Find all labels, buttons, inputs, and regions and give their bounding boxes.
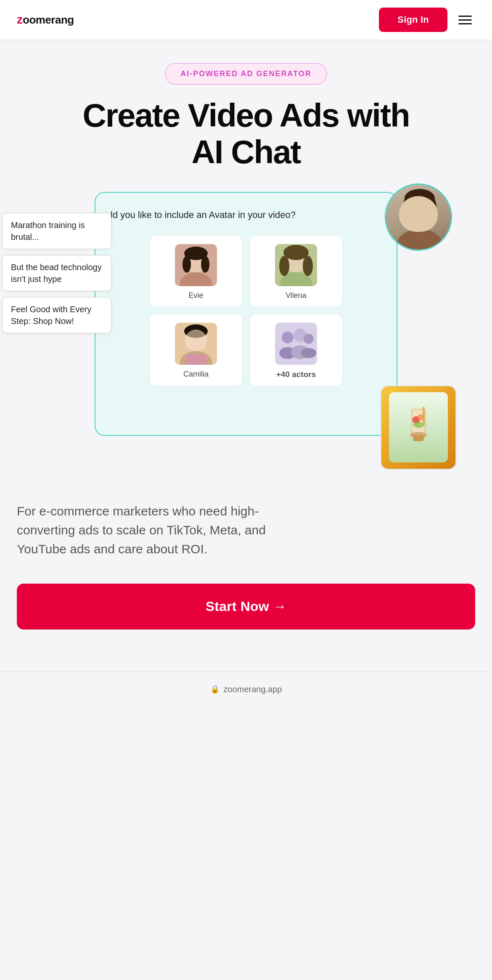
actor-avatar-more <box>275 323 317 365</box>
chat-bubbles-list: Marathon training is brutal... But the b… <box>2 213 111 333</box>
logo-text: oomerang <box>23 13 74 27</box>
svg-point-11 <box>418 414 423 420</box>
actor-avatar-evie <box>175 244 217 286</box>
more-actors-label: +40 actors <box>276 370 316 379</box>
ai-badge: AI-POWERED AD GENERATOR <box>165 63 327 85</box>
product-svg <box>399 402 437 453</box>
svg-point-18 <box>183 256 191 273</box>
hero-mockup: Marathon training is brutal... But the b… <box>95 192 397 478</box>
svg-rect-31 <box>185 354 206 365</box>
chat-bubble-1: Marathon training is brutal... <box>2 213 111 249</box>
hamburger-line-1 <box>458 16 472 17</box>
header: zoomerang Sign In <box>0 0 492 40</box>
avatar-svg <box>386 185 451 250</box>
footer: 🔒 zoomerang.app <box>0 672 492 707</box>
avatar-grid: Evie Vilena <box>149 235 343 386</box>
svg-point-19 <box>201 256 209 273</box>
cta-wrapper: Start Now → <box>17 584 475 629</box>
sub-description: For e-commerce marketers who need high-c… <box>17 502 278 558</box>
hamburger-menu-button[interactable] <box>455 12 475 28</box>
svg-point-25 <box>303 256 313 276</box>
svg-point-12 <box>413 422 423 428</box>
ui-card: ld you like to include an Avatar in your… <box>95 192 397 436</box>
svg-point-37 <box>304 334 314 344</box>
actor-card-camilia[interactable]: Camilia <box>149 314 243 386</box>
hamburger-line-3 <box>458 23 472 24</box>
chat-bubble-2: But the bead technology isn't just hype <box>2 255 111 291</box>
lock-icon: 🔒 <box>210 685 220 694</box>
badge-wrapper: AI-POWERED AD GENERATOR <box>17 63 475 85</box>
page-title: Create Video Ads with AI Chat <box>17 97 475 171</box>
actor-name-evie: Evie <box>188 291 203 300</box>
floating-avatar-top <box>385 183 452 251</box>
sign-in-button[interactable]: Sign In <box>379 8 447 32</box>
actor-card-evie[interactable]: Evie <box>149 235 243 307</box>
svg-point-5 <box>426 196 436 220</box>
svg-point-30 <box>185 329 207 351</box>
actor-avatar-vilena <box>275 244 317 286</box>
svg-point-33 <box>282 332 294 343</box>
hamburger-line-2 <box>458 19 472 21</box>
chat-bubble-3: Feel Good with Every Step: Shop Now! <box>2 297 111 333</box>
actor-name-camilia: Camilia <box>183 370 209 379</box>
svg-point-4 <box>403 196 413 220</box>
logo: zoomerang <box>17 13 74 27</box>
avatar-face-bg <box>386 185 451 250</box>
header-actions: Sign In <box>379 8 475 32</box>
headline: Create Video Ads with AI Chat <box>17 97 475 171</box>
ui-question: ld you like to include an Avatar in your… <box>111 208 381 222</box>
svg-rect-32 <box>275 323 317 365</box>
actor-name-vilena: Vilena <box>286 291 307 300</box>
svg-point-24 <box>279 256 289 276</box>
floating-product-image <box>381 385 456 470</box>
main-content: AI-POWERED AD GENERATOR Create Video Ads… <box>0 63 492 629</box>
actor-card-more[interactable]: +40 actors <box>249 314 343 386</box>
svg-point-2 <box>406 196 433 223</box>
actor-card-vilena[interactable]: Vilena <box>249 235 343 307</box>
svg-point-38 <box>301 348 316 358</box>
footer-url: zoomerang.app <box>224 685 282 694</box>
logo-z-letter: z <box>17 13 23 27</box>
product-inner <box>389 392 448 462</box>
svg-rect-13 <box>423 406 425 425</box>
actor-avatar-camilia <box>175 323 217 365</box>
svg-rect-9 <box>413 435 423 441</box>
start-now-button[interactable]: Start Now → <box>17 584 475 629</box>
svg-point-1 <box>397 229 443 250</box>
